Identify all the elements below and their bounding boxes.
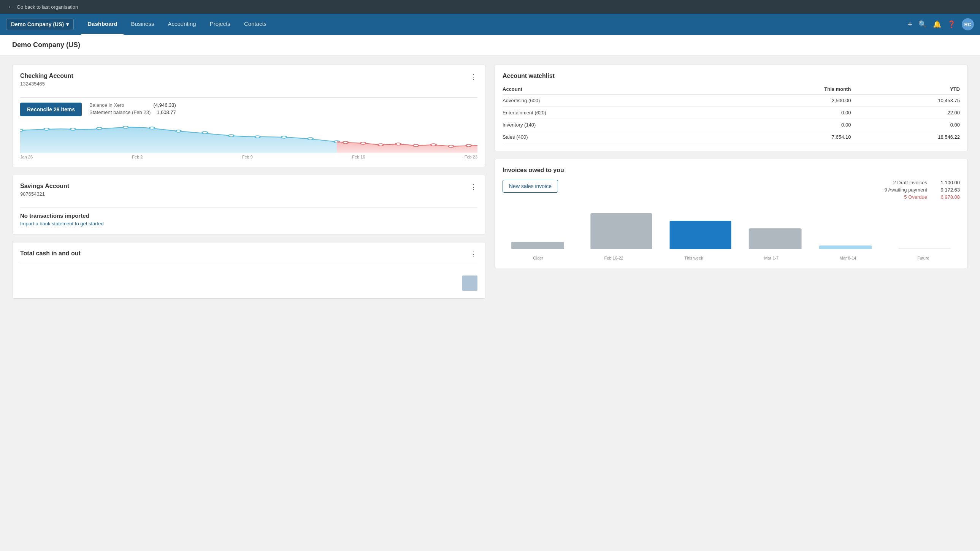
page-title: Demo Company (US) (12, 41, 968, 49)
overdue-label: 5 Overdue (904, 194, 927, 200)
watchlist-ytd-3: 0.00 (851, 119, 960, 131)
savings-account-title: Savings Account (20, 183, 69, 190)
add-icon[interactable]: + (907, 19, 912, 29)
bar-chart-x-labels: Older Feb 16-22 This week Mar 1-7 Mar 8-… (503, 256, 960, 260)
checking-chart-container (20, 123, 477, 153)
svg-point-11 (308, 138, 313, 140)
svg-point-20 (466, 144, 471, 147)
watchlist-col-ytd: YTD (851, 84, 960, 95)
invoices-title: Invoices owed to you (503, 167, 960, 174)
balance-in-xero-label: Balance in Xero (89, 102, 124, 108)
invoices-top: New sales invoice 2 Draft invoices 1,100… (503, 180, 960, 202)
svg-point-16 (396, 143, 401, 145)
svg-point-0 (20, 129, 23, 132)
svg-rect-21 (462, 275, 477, 291)
org-selector[interactable]: Demo Company (US) ▾ (6, 19, 74, 30)
chart-label-feb23: Feb 23 (465, 155, 477, 159)
chart-label-jan26: Jan 26 (20, 155, 33, 159)
invoices-bar-chart (503, 208, 960, 253)
statement-balance-value: 1,608.77 (157, 110, 176, 115)
svg-point-5 (150, 127, 155, 129)
savings-account-number: 987654321 (20, 191, 69, 197)
svg-point-1 (44, 128, 49, 130)
table-row: Advertising (600) 2,500.00 10,453.75 (503, 95, 960, 107)
bell-icon[interactable]: 🔔 (933, 20, 941, 29)
savings-account-card: Savings Account 987654321 ⋮ No transacti… (12, 175, 485, 235)
no-transactions-label: No transactions imported (20, 213, 477, 219)
reconcile-section: Reconcile 29 items Balance in Xero (4,94… (20, 102, 477, 117)
total-cash-title: Total cash in and out (20, 250, 81, 257)
back-label[interactable]: Go back to last organisation (17, 4, 78, 10)
invoice-stats: 2 Draft invoices 1,100.00 9 Awaiting pay… (885, 180, 960, 202)
balance-in-xero-value: (4,946.33) (154, 102, 176, 108)
watchlist-col-this-month: This month (719, 84, 851, 95)
bar-label-mar8: Mar 8-14 (839, 256, 856, 260)
import-link[interactable]: Import a bank statement to get started (20, 221, 104, 227)
avatar[interactable]: RC (962, 18, 974, 30)
chart-label-feb9: Feb 9 (242, 155, 253, 159)
svg-rect-24 (670, 221, 732, 249)
svg-point-13 (343, 141, 348, 144)
svg-point-14 (360, 142, 366, 144)
total-cash-card: Total cash in and out ⋮ (12, 242, 485, 299)
no-transactions: No transactions imported Import a bank s… (20, 213, 477, 227)
svg-point-19 (449, 145, 454, 148)
invoices-bar-chart-container: Older Feb 16-22 This week Mar 1-7 Mar 8-… (503, 208, 960, 260)
svg-point-2 (70, 128, 76, 130)
bar-label-future: Future (917, 256, 929, 260)
balance-info: Balance in Xero (4,946.33) Statement bal… (89, 102, 176, 117)
nav-business[interactable]: Business (125, 14, 161, 35)
svg-point-17 (413, 144, 418, 147)
watchlist-account-4: Sales (400) (503, 131, 719, 143)
nav-projects[interactable]: Projects (204, 14, 237, 35)
svg-rect-25 (749, 229, 802, 249)
nav-actions: + 🔍 🔔 ❓ RC (907, 18, 974, 30)
nav-links: Dashboard Business Accounting Projects C… (81, 14, 907, 35)
svg-point-18 (431, 144, 436, 146)
watchlist-account-1: Advertising (600) (503, 95, 719, 107)
chart-label-feb16: Feb 16 (352, 155, 365, 159)
new-sales-invoice-button[interactable]: New sales invoice (503, 180, 558, 193)
invoices-owed-card: Invoices owed to you New sales invoice 2… (495, 159, 968, 268)
watchlist-account-3: Inventory (140) (503, 119, 719, 131)
svg-rect-26 (819, 246, 872, 249)
help-icon[interactable]: ❓ (947, 20, 956, 29)
nav-dashboard[interactable]: Dashboard (81, 14, 123, 35)
awaiting-payment-label: 9 Awaiting payment (885, 187, 928, 193)
top-bar: ← Go back to last organisation (0, 0, 980, 14)
watchlist-table: Account This month YTD Advertising (600)… (503, 84, 960, 143)
nav-contacts[interactable]: Contacts (238, 14, 272, 35)
watchlist-col-account: Account (503, 84, 719, 95)
watchlist-month-1: 2,500.00 (719, 95, 851, 107)
watchlist-month-4: 7,654.10 (719, 131, 851, 143)
chart-x-labels: Jan 26 Feb 2 Feb 9 Feb 16 Feb 23 (20, 155, 477, 159)
invoice-stat-draft: 2 Draft invoices 1,100.00 (885, 180, 960, 186)
search-icon[interactable]: 🔍 (918, 20, 927, 29)
watchlist-ytd-1: 10,453.75 (851, 95, 960, 107)
svg-point-10 (281, 136, 286, 138)
total-cash-menu[interactable]: ⋮ (470, 250, 477, 259)
bar-label-feb16: Feb 16-22 (605, 256, 624, 260)
checking-account-title: Checking Account (20, 73, 73, 79)
overdue-value: 6,978.08 (933, 194, 960, 200)
nav-accounting[interactable]: Accounting (162, 14, 202, 35)
svg-point-8 (229, 135, 234, 137)
invoice-stat-overdue: 5 Overdue 6,978.08 (885, 194, 960, 200)
reconcile-button[interactable]: Reconcile 29 items (20, 103, 82, 116)
savings-account-menu[interactable]: ⋮ (470, 183, 477, 191)
account-watchlist-card: Account watchlist Account This month YTD… (495, 65, 968, 151)
svg-point-6 (176, 130, 181, 132)
svg-point-4 (123, 126, 129, 129)
checking-account-card: Checking Account 132435465 ⋮ Reconcile 2… (12, 65, 485, 167)
invoice-stat-awaiting: 9 Awaiting payment 9,172.63 (885, 187, 960, 193)
bar-label-mar1: Mar 1-7 (764, 256, 778, 260)
svg-point-7 (202, 132, 208, 134)
checking-account-menu[interactable]: ⋮ (470, 73, 477, 81)
bar-label-older: Older (533, 256, 543, 260)
table-row: Inventory (140) 0.00 0.00 (503, 119, 960, 131)
table-row: Sales (400) 7,654.10 18,546.22 (503, 131, 960, 143)
svg-point-15 (378, 144, 383, 146)
checking-chart (20, 123, 477, 153)
watchlist-month-3: 0.00 (719, 119, 851, 131)
draft-invoices-value: 1,100.00 (933, 180, 960, 186)
